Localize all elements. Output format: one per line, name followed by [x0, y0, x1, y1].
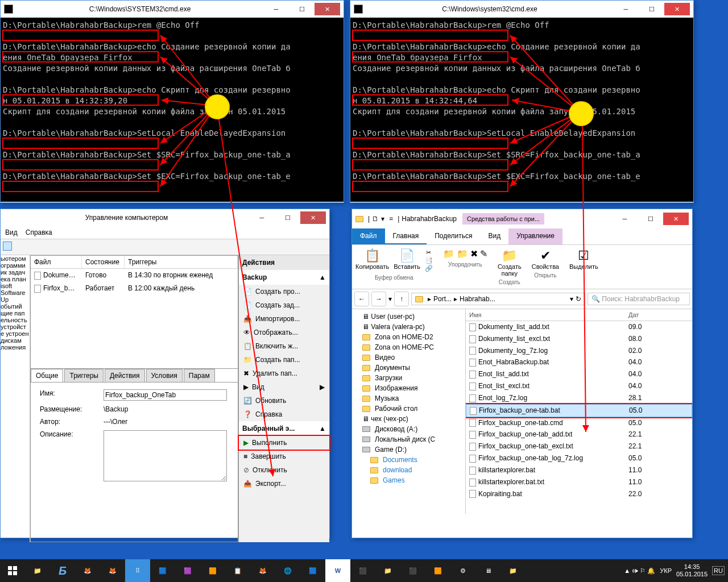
- action-item[interactable]: ▶Вид▶: [239, 380, 329, 394]
- tray-icons[interactable]: ▲ 🕪 ⚐ 🔔: [624, 567, 655, 575]
- nav-tree-clipped[interactable]: ьютеромограммиик задачека планisoftSoftw…: [1, 255, 30, 542]
- sel-action-item[interactable]: 📤Экспорт...: [239, 477, 329, 490]
- ribbon-tab-file[interactable]: Файл: [352, 228, 385, 244]
- close-button[interactable]: ✕: [315, 3, 340, 15]
- taskbar-app[interactable]: ⠿: [125, 559, 150, 582]
- taskbar-app[interactable]: 🦊: [100, 559, 125, 582]
- taskbar-app[interactable]: 📁: [500, 559, 526, 582]
- file-list[interactable]: Имя Дат Dokumenty_list_add.txt09.0Dokume…: [466, 309, 692, 514]
- action-item[interactable]: 📄Создать про...: [239, 285, 329, 298]
- selected-header[interactable]: Выбранный э...▲: [239, 421, 329, 436]
- nav-tree[interactable]: 🖥 User (user-pc)🖥 Valera (valera-pc) Zon…: [352, 309, 466, 514]
- properties-button[interactable]: ✔Свойства: [532, 248, 559, 270]
- taskbar-app[interactable]: ⬛: [350, 559, 375, 582]
- action-item[interactable]: 📥Импортиров...: [239, 312, 329, 326]
- tree-item[interactable]: 🖥 чех (чех-pc): [354, 414, 463, 424]
- taskbar-app[interactable]: W: [325, 559, 350, 582]
- forward-button[interactable]: →: [371, 292, 386, 306]
- tree-item[interactable]: Documents: [354, 455, 463, 465]
- file-row[interactable]: killstartexplorer.bat.txt11.0: [466, 476, 692, 488]
- sel-action-item[interactable]: ⊘Отключить: [239, 463, 329, 477]
- taskbar-app[interactable]: 🟪: [175, 559, 200, 582]
- minimize-button[interactable]: ─: [612, 213, 638, 225]
- menu-view[interactable]: Вид: [5, 228, 18, 236]
- taskbar-app[interactable]: ⬛: [400, 559, 425, 582]
- console-output[interactable]: D:\Portable\HabrahabrBackup>rem @Echo Of…: [1, 18, 344, 202]
- tab-0[interactable]: Общие: [31, 369, 63, 382]
- taskbar-app[interactable]: 🦊: [250, 559, 275, 582]
- close-button[interactable]: ✕: [300, 211, 326, 224]
- clock-time[interactable]: 14:35: [676, 563, 708, 571]
- col-date[interactable]: Дат: [625, 309, 653, 321]
- clipboard-small-buttons[interactable]: ✂📑🔗: [425, 248, 433, 272]
- ribbon-tab-share[interactable]: Поделиться: [427, 228, 480, 244]
- sel-action-item[interactable]: ■Завершить: [239, 450, 329, 463]
- menu-help[interactable]: Справка: [26, 228, 52, 236]
- file-row[interactable]: Enot_log_7z.log28.1: [466, 392, 692, 404]
- paste-button[interactable]: 📄Вставить: [394, 248, 420, 272]
- ribbon-tab-manage[interactable]: Управление: [508, 228, 562, 244]
- tree-item[interactable]: Zona on HOME-PC: [354, 342, 463, 352]
- close-button[interactable]: ✕: [664, 3, 690, 15]
- action-item[interactable]: 👁Отображать...: [239, 326, 329, 339]
- action-item[interactable]: ✖Удалить пап...: [239, 367, 329, 380]
- input-lang[interactable]: RU: [712, 566, 725, 575]
- taskbar-app[interactable]: 🟧: [425, 559, 450, 582]
- titlebar[interactable]: | 🗋 ▾ = | HabrahabrBackup Средства работ…: [352, 209, 692, 228]
- action-item[interactable]: 📋Включить ж...: [239, 339, 329, 353]
- tree-item[interactable]: Документы: [354, 363, 463, 373]
- tree-item[interactable]: 🖥 Valera (valera-pc): [354, 322, 463, 332]
- start-button[interactable]: [0, 559, 25, 582]
- ribbon-tab-view[interactable]: Вид: [480, 228, 508, 244]
- taskbar-app[interactable]: 📁: [25, 559, 50, 582]
- delete-button[interactable]: ✖: [470, 248, 478, 259]
- copy-to-button[interactable]: 📁: [457, 248, 468, 259]
- minimize-button[interactable]: ─: [249, 211, 275, 224]
- tree-item[interactable]: Дисковод (A:): [354, 424, 463, 434]
- input-description[interactable]: [104, 430, 227, 481]
- taskbar[interactable]: 📁 Б 🦊 🦊 ⠿ 🟦 🟪 🟧 📋 🦊 🌐 🟦 W ⬛ 📁 ⬛ 🟧 ⚙ 🖥 📁 …: [0, 559, 728, 582]
- history-dropdown[interactable]: ▾: [388, 295, 392, 303]
- file-row[interactable]: Enot_list_excl.txt04.0: [466, 380, 692, 392]
- col-file[interactable]: Файл: [31, 256, 82, 268]
- input-name[interactable]: [104, 389, 227, 401]
- maximize-button[interactable]: ☐: [289, 3, 315, 15]
- file-row[interactable]: Dokumenty_list_add.txt09.0: [466, 321, 692, 333]
- file-row[interactable]: Firfox_backup_one-tab.bat05.0: [466, 404, 692, 417]
- maximize-button[interactable]: ☐: [639, 3, 664, 15]
- up-button[interactable]: ↑: [394, 292, 409, 306]
- maximize-button[interactable]: ☐: [275, 211, 300, 224]
- clock-date[interactable]: 05.01.2015: [676, 571, 708, 578]
- taskbar-app[interactable]: 🟧: [200, 559, 225, 582]
- new-folder-button[interactable]: 📁Создать папку: [498, 248, 522, 277]
- file-row[interactable]: Enot_HabraBackup.bat04.0: [466, 356, 692, 368]
- tree-item[interactable]: Games: [354, 475, 463, 485]
- tree-item[interactable]: Загрузки: [354, 373, 463, 383]
- file-row[interactable]: Firfox_backup_one-tab_excl.txt22.1: [466, 440, 692, 452]
- file-row[interactable]: Dokumenty_list_excl.txt08.0: [466, 333, 692, 345]
- file-row[interactable]: killstartexplorer.bat11.0: [466, 464, 692, 476]
- tree-item[interactable]: 🖥 User (user-pc): [354, 311, 463, 322]
- taskbar-app[interactable]: 🌐: [275, 559, 300, 582]
- console-output[interactable]: D:\Portable\HabrahabrBackup>rem @Echo Of…: [350, 18, 693, 202]
- search-input[interactable]: 🔍 Поиск: HabrahabrBackup: [588, 293, 690, 305]
- col-state[interactable]: Состояние: [82, 256, 125, 268]
- toolbar-icon[interactable]: [3, 242, 12, 251]
- select-button[interactable]: ☑Выделить: [569, 248, 598, 270]
- taskbar-app[interactable]: 🖥: [475, 559, 500, 582]
- sel-action-item[interactable]: ▶Выполнить: [239, 436, 329, 450]
- titlebar[interactable]: Управление компьютером ─ ☐ ✕: [1, 209, 329, 226]
- move-button[interactable]: 📁: [443, 248, 454, 259]
- taskbar-app[interactable]: Б: [50, 559, 75, 582]
- tab-1[interactable]: Триггеры: [64, 369, 104, 382]
- tab-3[interactable]: Условия: [146, 369, 183, 382]
- taskbar-app[interactable]: 📁: [375, 559, 400, 582]
- breadcrumb[interactable]: ▸Port... ▸Habrahab... ▾ ↻: [411, 293, 585, 305]
- maximize-button[interactable]: ☐: [638, 213, 663, 225]
- taskbar-app[interactable]: 🟦: [300, 559, 325, 582]
- close-button[interactable]: ✕: [663, 213, 689, 225]
- tree-item[interactable]: Game (D:): [354, 444, 463, 455]
- qat-icon[interactable]: 🗋: [372, 215, 379, 223]
- refresh-icon[interactable]: ↻: [576, 295, 581, 303]
- col-name[interactable]: Имя: [466, 309, 625, 321]
